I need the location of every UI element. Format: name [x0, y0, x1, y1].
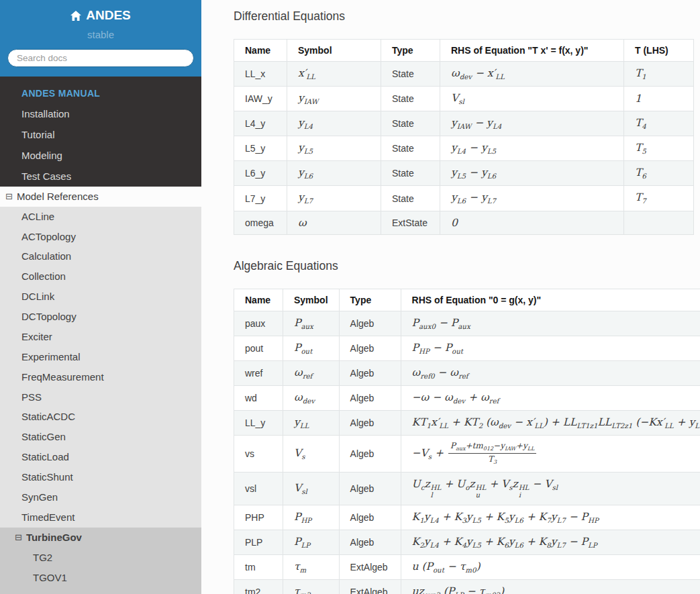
math-expression: uzsyn2 (PLP − τm02): [412, 585, 505, 594]
cell-rhs: K1yL4 + K3yL5 + K5yL6 + K7yL7 − PHP: [401, 505, 700, 530]
math-expression: T7: [635, 191, 646, 203]
sidebar-item-staticacdc[interactable]: StaticACDC: [0, 407, 201, 427]
sidebar-link-turbinegov[interactable]: TurbineGov: [26, 532, 82, 543]
cell-name: omega: [234, 211, 287, 234]
table-row: poutPoutAlgebPHP − Pout: [234, 336, 700, 360]
cell-rhs: 0: [440, 211, 624, 234]
sidebar-item-tg2[interactable]: TG2: [0, 548, 201, 568]
collapse-icon[interactable]: ⊟: [15, 532, 22, 543]
math-expression: ωref0 − ωref: [412, 366, 468, 379]
cell-rhs: yL6 − yL7: [440, 186, 624, 211]
cell-type: Algeb: [339, 410, 401, 435]
table-row: L5_yyL5StateyL4 − yL5T5: [234, 136, 694, 161]
cell-type: ExtAlgeb: [339, 579, 401, 594]
cell-symbol: τm: [283, 554, 340, 579]
cell-rhs: −Vs + Paux+tm012−yIAW+yLLT3: [401, 436, 700, 473]
nav-item: FreqMeasurement: [0, 367, 201, 387]
math-expression: T5: [635, 142, 646, 154]
search-box: [7, 49, 194, 67]
col-header-t-lhs: T (LHS): [624, 40, 694, 62]
math-expression: UczHLl + UozHLu + VszHLi − Vsl: [412, 478, 558, 490]
cell-rhs: Vsl: [440, 87, 624, 111]
cell-symbol: yL4: [287, 111, 381, 136]
cell-type: Algeb: [339, 530, 401, 554]
nav-item: Test Cases: [0, 166, 201, 187]
nav-item: Collection: [0, 266, 201, 287]
math-expression: T1: [635, 67, 646, 79]
cell-symbol: Vs: [283, 436, 340, 473]
turbinegov-children: TG2TGOV1IEEEG1: [0, 548, 201, 594]
sidebar-item-pss[interactable]: PSS: [0, 387, 201, 407]
cell-rhs: Paux0 − Paux: [401, 311, 700, 336]
table-row: L7_yyL7StateyL6 − yL7T7: [234, 186, 694, 211]
sidebar-item-collection[interactable]: Collection: [0, 266, 201, 287]
sidebar-item-freqmeasurement[interactable]: FreqMeasurement: [0, 367, 201, 387]
sidebar-item-syngen[interactable]: SynGen: [0, 487, 201, 507]
cell-symbol: yL7: [287, 186, 381, 211]
differential-equations-title: Differential Equations: [234, 9, 700, 23]
math-expression: PHP: [294, 511, 311, 523]
sidebar-item-installation[interactable]: Installation: [0, 103, 201, 124]
nav-item: StaticShunt: [0, 467, 201, 487]
cell-name: PLP: [234, 530, 283, 554]
sidebar-item-turbinegov[interactable]: ⊟ TurbineGov: [0, 528, 201, 548]
math-expression: Vsl: [294, 482, 307, 494]
sidebar: ANDES stable ANDES MANUAL InstallationTu…: [0, 0, 201, 594]
table-scroll-container: Name Symbol Type RHS of Equation "0 = g(…: [234, 289, 700, 594]
sidebar-item-actopology[interactable]: ACTopology: [0, 226, 201, 246]
nav-item: Exciter: [0, 327, 201, 347]
cell-symbol: ω: [287, 211, 381, 234]
nav-item: Tutorial: [0, 124, 201, 145]
math-expression: 0: [451, 217, 458, 229]
sidebar-item-experimental[interactable]: Experimental: [0, 347, 201, 367]
sidebar-item-exciter[interactable]: Exciter: [0, 327, 201, 347]
sidebar-item-staticload[interactable]: StaticLoad: [0, 447, 201, 467]
table-row: IAW_yyIAWStateVsl1: [234, 87, 694, 111]
sidebar-item-dctopology[interactable]: DCTopology: [0, 307, 201, 327]
col-header-symbol: Symbol: [287, 40, 381, 62]
math-expression: yIAW − yL4: [451, 117, 501, 129]
sidebar-item-ieeeg1[interactable]: IEEEG1: [0, 587, 201, 594]
cell-symbol: Vsl: [283, 472, 340, 505]
cell-type: Algeb: [339, 505, 401, 530]
sidebar-item-tutorial[interactable]: Tutorial: [0, 124, 201, 145]
sidebar-header: ANDES stable: [0, 0, 201, 77]
math-expression: yL6 − yL7: [451, 191, 496, 203]
home-icon: [70, 11, 81, 21]
col-header-rhs: RHS of Equation "0 = g(x, y)": [401, 289, 700, 311]
nav-item: DCTopology: [0, 307, 201, 327]
math-expression: yL6: [298, 166, 313, 179]
nav-item: TGOV1: [0, 567, 201, 587]
sidebar-item-staticshunt[interactable]: StaticShunt: [0, 467, 201, 487]
col-header-rhs: RHS of Equation "T x' = f(x, y)": [440, 40, 624, 62]
cell-t: [624, 211, 694, 234]
math-expression: yL5: [298, 142, 313, 154]
collapse-icon[interactable]: ⊟: [5, 191, 13, 202]
cell-name: wd: [234, 385, 283, 410]
sidebar-item-modeling[interactable]: Modeling: [0, 145, 201, 166]
math-expression: yIAW: [298, 92, 318, 104]
cell-symbol: yIAW: [287, 87, 381, 111]
search-input[interactable]: [7, 49, 194, 67]
math-expression: KT1x′LL + KT2 (ωdev − x′LL) + LLLT1z1LLL…: [412, 416, 699, 428]
cell-rhs: −ω − ωdev + ωref: [401, 385, 700, 410]
logo-link[interactable]: ANDES: [70, 8, 131, 23]
sidebar-item-calculation[interactable]: Calculation: [0, 246, 201, 266]
table-row: vsVsAlgeb−Vs + Paux+tm012−yIAW+yLLT3: [234, 436, 700, 473]
cell-t: T1: [624, 62, 694, 87]
sidebar-link-model-references[interactable]: Model References: [17, 191, 99, 202]
sidebar-item-tgov1[interactable]: TGOV1: [0, 567, 201, 587]
cell-name: wref: [234, 360, 283, 385]
cell-type: Algeb: [339, 472, 401, 505]
sidebar-item-test-cases[interactable]: Test Cases: [0, 166, 201, 187]
nav-item: Modeling: [0, 145, 201, 166]
sidebar-item-timedevent[interactable]: TimedEvent: [0, 507, 201, 528]
cell-symbol: ωdev: [283, 385, 340, 410]
sidebar-item-acline[interactable]: ACLine: [0, 207, 201, 227]
cell-t: T7: [624, 186, 694, 211]
sidebar-item-model-references[interactable]: ⊟ Model References: [0, 187, 201, 207]
sidebar-item-dclink[interactable]: DCLink: [0, 287, 201, 307]
sidebar-item-staticgen[interactable]: StaticGen: [0, 427, 201, 447]
col-header-symbol: Symbol: [283, 289, 340, 311]
cell-name: L7_y: [234, 186, 287, 211]
